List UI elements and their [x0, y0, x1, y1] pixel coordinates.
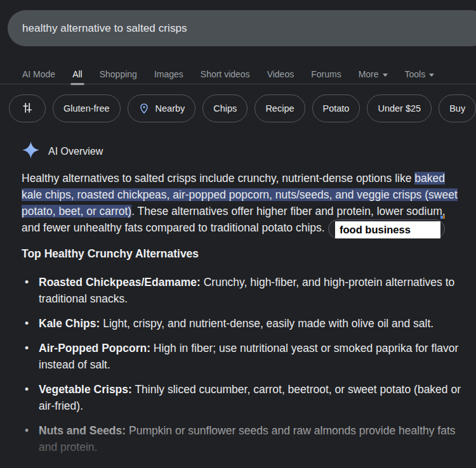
tab-videos[interactable]: Videos: [267, 64, 294, 84]
text-segment: and fewer unhealthy fats compared to tra…: [22, 221, 325, 234]
list-item-term: Roasted Chickpeas/Edamame:: [39, 276, 201, 289]
list-item-term: Air-Popped Popcorn:: [39, 342, 150, 354]
search-input[interactable]: healthy alternative to salted crisps: [8, 10, 476, 46]
chip-label: Gluten-free: [63, 103, 110, 114]
chevron-down-icon: [429, 74, 434, 77]
tab-label: Images: [154, 69, 183, 79]
tabs-divider: [0, 84, 476, 84]
ai-overview-label: AI Overview: [48, 146, 103, 157]
tab-label: Short videos: [201, 69, 250, 79]
section-heading: Top Healthy Crunchy Alternatives: [22, 247, 199, 261]
google-search-results-page: healthy alternative to salted crisps AI …: [0, 0, 476, 468]
filter-chip-gluten-free[interactable]: Gluten-free: [53, 94, 121, 122]
tab-label: Tools: [405, 69, 426, 79]
annotation-overlay-box: food business: [335, 221, 440, 238]
alternatives-bullet-list: Roasted Chickpeas/Edamame: Crunchy, high…: [22, 274, 467, 464]
tab-shopping[interactable]: Shopping: [100, 64, 137, 84]
list-item-term: Kale Chips:: [39, 317, 100, 330]
filter-chip-nearby[interactable]: Nearby: [128, 94, 196, 122]
tab-label: AI Mode: [22, 69, 55, 79]
chip-label: Under $25: [378, 103, 421, 114]
ai-sparkle-icon: [22, 141, 40, 162]
list-item-term: Vegetable Crisps:: [39, 383, 132, 396]
highlighted-text-segment: baked: [414, 172, 445, 185]
chip-label: Potato: [323, 103, 350, 114]
filters-button[interactable]: [9, 94, 46, 122]
tab-images[interactable]: Images: [154, 64, 183, 84]
paragraph-line: kale chips, roasted chickpeas, air-poppe…: [22, 186, 470, 203]
list-item: Roasted Chickpeas/Edamame: Crunchy, high…: [22, 274, 467, 307]
tab-more[interactable]: More: [359, 64, 388, 84]
paragraph-line: potato, beet, or carrot). These alternat…: [22, 203, 470, 219]
tab-label: Shopping: [100, 69, 137, 79]
tab-forums[interactable]: Forums: [311, 64, 341, 84]
text-segment: Healthy alternatives to salted crisps in…: [22, 172, 414, 185]
tune-icon: [20, 101, 34, 117]
location-pin-icon: [138, 103, 150, 114]
chip-label: Recipe: [265, 103, 294, 114]
highlighted-text-segment: potato, beet, or carrot): [22, 205, 131, 218]
tab-label: More: [359, 69, 379, 79]
ai-overview-header: AI Overview: [22, 141, 103, 162]
tab-all[interactable]: All: [72, 64, 83, 84]
list-item: Nuts and Seeds: Pumpkin or sunflower see…: [22, 422, 467, 455]
text-segment: . These alternatives offer higher fiber …: [131, 205, 446, 218]
paragraph-line: Healthy alternatives to salted crisps in…: [22, 170, 470, 186]
list-item-description: Light, crispy, and nutrient-dense, easil…: [100, 317, 433, 330]
tab-ai-mode[interactable]: AI Mode: [22, 64, 55, 84]
list-item: Kale Chips: Light, crispy, and nutrient-…: [22, 315, 467, 332]
highlighted-text-segment: kale chips, roasted chickpeas, air-poppe…: [22, 188, 458, 201]
tab-tools[interactable]: Tools: [405, 64, 435, 84]
filter-chip-chips[interactable]: Chips: [202, 94, 248, 122]
tab-short-videos[interactable]: Short videos: [201, 64, 250, 84]
list-item: Vegetable Crisps: Thinly sliced cucumber…: [22, 381, 467, 414]
tab-label: Forums: [311, 69, 341, 79]
chevron-down-icon: [383, 74, 388, 77]
list-item-term: Nuts and Seeds:: [39, 424, 126, 437]
tab-label: Videos: [267, 69, 294, 79]
tab-label: All: [72, 69, 83, 79]
search-query-text: healthy alternative to salted crisps: [22, 22, 187, 35]
list-item: Air-Popped Popcorn: High in fiber; use n…: [22, 340, 467, 373]
filter-chips-row: Gluten-freeNearbyChipsRecipePotatoUnder …: [9, 94, 476, 122]
filter-chip-under-25[interactable]: Under $25: [367, 94, 432, 122]
search-result-tabs: AI ModeAllShoppingImagesShort videosVide…: [22, 64, 434, 84]
filter-chip-buy[interactable]: Buy: [439, 94, 476, 122]
filter-chip-recipe[interactable]: Recipe: [255, 94, 305, 122]
filter-chip-potato[interactable]: Potato: [312, 94, 360, 122]
favicon-speck: [440, 216, 445, 219]
chip-label: Buy: [449, 103, 465, 114]
chip-label: Nearby: [155, 103, 185, 114]
chip-label: Chips: [213, 103, 237, 114]
